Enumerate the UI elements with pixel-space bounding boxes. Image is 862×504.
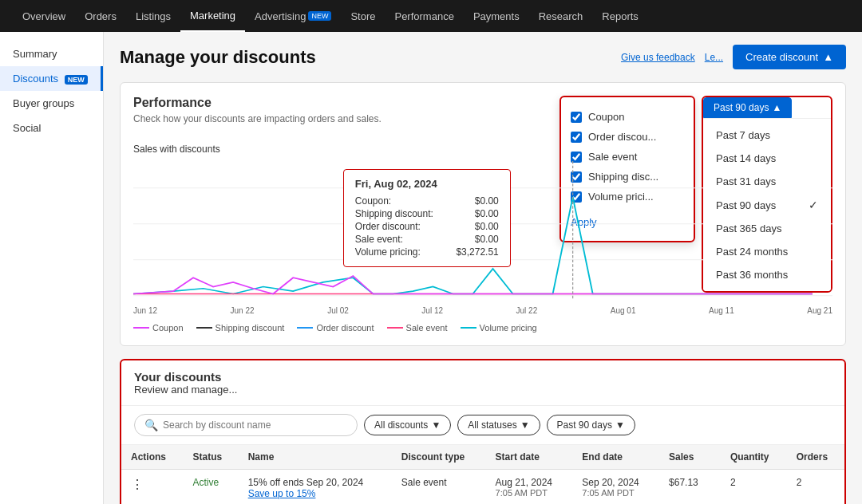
header-actions: Give us feedback Le... Create discount ▲ (621, 45, 846, 69)
col-orders: Orders (787, 445, 844, 470)
chevron-down-icon: ▼ (520, 419, 530, 431)
nav-advertising[interactable]: Advertising NEW (245, 0, 341, 32)
col-end: End date (572, 445, 659, 470)
table-row: ⋮ Active 15% off ends Sep 20, 2024 Save … (121, 470, 844, 505)
legend-coupon: Coupon (133, 323, 184, 333)
filter-order-discount: Order discou... (571, 127, 684, 147)
coupon-checkbox[interactable] (571, 112, 582, 123)
tooltip-row-volume: Volume pricing: $3,272.51 (355, 246, 499, 258)
option-past-14-days[interactable]: Past 14 days (703, 147, 831, 170)
shipping-legend-line (196, 327, 212, 329)
nav-performance[interactable]: Performance (385, 0, 463, 32)
col-status: Status (184, 445, 239, 470)
col-start: Start date (486, 445, 573, 470)
performance-subtitle: Check how your discounts are impacting o… (133, 113, 382, 124)
tooltip-row-sale: Sale event: $0.00 (355, 233, 499, 246)
status-badge-1: Active (193, 477, 219, 488)
legend-order: Order discount (297, 323, 374, 333)
chevron-down-icon: ▼ (431, 419, 441, 431)
sales-1: $67.13 (659, 470, 721, 505)
performance-title: Performance (133, 96, 382, 110)
start-date-1: Aug 21, 2024 7:05 AM PDT (486, 470, 573, 505)
page-header: Manage your discounts Give us feedback L… (120, 45, 846, 69)
top-navigation: Overview Orders Listings Marketing Adver… (0, 0, 862, 32)
nav-listings[interactable]: Listings (126, 0, 180, 32)
discounts-data-table: Actions Status Name Discount type Start … (121, 445, 844, 504)
selected-checkmark: ✓ (809, 199, 818, 211)
nav-marketing[interactable]: Marketing (180, 0, 245, 32)
discount-link-1[interactable]: Save up to 15% (248, 488, 316, 499)
learn-link[interactable]: Le... (705, 52, 723, 63)
option-past-24-months[interactable]: Past 24 months (703, 240, 831, 263)
row-actions-icon-1[interactable]: ⋮ (131, 478, 144, 491)
quantity-1: 2 (721, 470, 787, 505)
chart-tooltip: Fri, Aug 02, 2024 Coupon: $0.00 Shipping… (343, 169, 511, 267)
sidebar-item-summary[interactable]: Summary (0, 41, 103, 66)
col-actions: Actions (121, 445, 184, 470)
nav-payments[interactable]: Payments (464, 0, 529, 32)
filter-coupon: Coupon (571, 107, 684, 127)
col-name: Name (239, 445, 392, 470)
nav-reports[interactable]: Reports (592, 0, 648, 32)
sidebar-item-discounts[interactable]: Discounts NEW (0, 66, 103, 91)
option-past-31-days[interactable]: Past 31 days (703, 170, 831, 193)
date-options-menu: Past 7 days Past 14 days Past 31 days (703, 118, 831, 291)
performance-card: Performance Check how your discounts are… (120, 82, 846, 346)
feedback-link[interactable]: Give us feedback (621, 52, 695, 63)
order-discount-checkbox[interactable] (571, 132, 582, 143)
date-range-button[interactable]: Past 90 days ▲ (703, 97, 792, 118)
coupon-legend-line (133, 327, 149, 329)
table-title: Your discounts (134, 370, 237, 384)
tooltip-row-coupon: Coupon: $0.00 (355, 195, 499, 207)
search-input[interactable] (163, 419, 347, 431)
nav-overview[interactable]: Overview (13, 0, 75, 32)
table-subtitle: Review and manage... (134, 384, 237, 396)
search-icon: 🔍 (144, 419, 158, 431)
discount-name-1: 15% off ends Sep 20, 2024 (248, 477, 382, 488)
tooltip-row-shipping: Shipping discount: $0.00 (355, 207, 499, 220)
col-type: Discount type (392, 445, 486, 470)
nav-research[interactable]: Research (529, 0, 593, 32)
search-box: 🔍 (134, 414, 358, 436)
option-past-365-days[interactable]: Past 365 days (703, 217, 831, 240)
create-discount-button[interactable]: Create discount ▲ (733, 45, 846, 69)
legend-shipping: Shipping discount (196, 323, 285, 333)
chevron-down-icon: ▲ (823, 51, 833, 63)
nav-orders[interactable]: Orders (75, 0, 126, 32)
table-filters: 🔍 All discounts ▼ All statuses ▼ Past 90… (121, 406, 844, 445)
volume-legend-line (461, 327, 476, 329)
page-title: Manage your discounts (120, 47, 316, 68)
past-90-days-filter[interactable]: Past 90 days ▼ (547, 415, 635, 435)
date-range-dropdown: Past 90 days ▲ Past 7 days Past 14 days (702, 96, 832, 293)
order-legend-line (297, 327, 313, 329)
all-statuses-filter[interactable]: All statuses ▼ (457, 415, 540, 435)
legend-volume: Volume pricing (461, 323, 537, 333)
all-discounts-filter[interactable]: All discounts ▼ (364, 415, 451, 435)
chart-legend: Coupon Shipping discount Order discount … (133, 323, 832, 333)
sidebar: Summary Discounts NEW Buyer groups Socia… (0, 32, 104, 504)
col-sales: Sales (659, 445, 721, 470)
discounts-badge: NEW (65, 75, 88, 85)
legend-sale: Sale event (387, 323, 448, 333)
tooltip-row-order: Order discount: $0.00 (355, 220, 499, 233)
option-past-90-days[interactable]: Past 90 days ✓ (703, 193, 831, 217)
orders-1: 2 (787, 470, 844, 505)
discount-type-1: Sale event (392, 470, 486, 505)
nav-store[interactable]: Store (341, 0, 385, 32)
main-content: Manage your discounts Give us feedback L… (104, 32, 862, 504)
sidebar-item-buyer-groups[interactable]: Buyer groups (0, 91, 103, 116)
advertising-badge: NEW (308, 11, 331, 21)
chevron-up-icon: ▲ (772, 102, 781, 113)
discounts-table-card: Your discounts Review and manage... 🔍 Al… (120, 359, 846, 504)
sidebar-item-social[interactable]: Social (0, 116, 103, 140)
option-past-7-days[interactable]: Past 7 days (703, 124, 831, 147)
x-axis-labels: Jun 12 Jun 22 Jul 02 Jul 12 Jul 22 Aug 0… (133, 305, 832, 317)
table-card-header: Your discounts Review and manage... (134, 370, 237, 396)
end-date-1: Sep 20, 2024 7:05 AM PDT (572, 470, 659, 505)
chevron-down-icon: ▼ (615, 419, 625, 431)
sale-legend-line (387, 327, 403, 329)
option-past-36-months[interactable]: Past 36 months (703, 263, 831, 286)
col-quantity: Quantity (721, 445, 787, 470)
tooltip-date: Fri, Aug 02, 2024 (355, 178, 499, 190)
